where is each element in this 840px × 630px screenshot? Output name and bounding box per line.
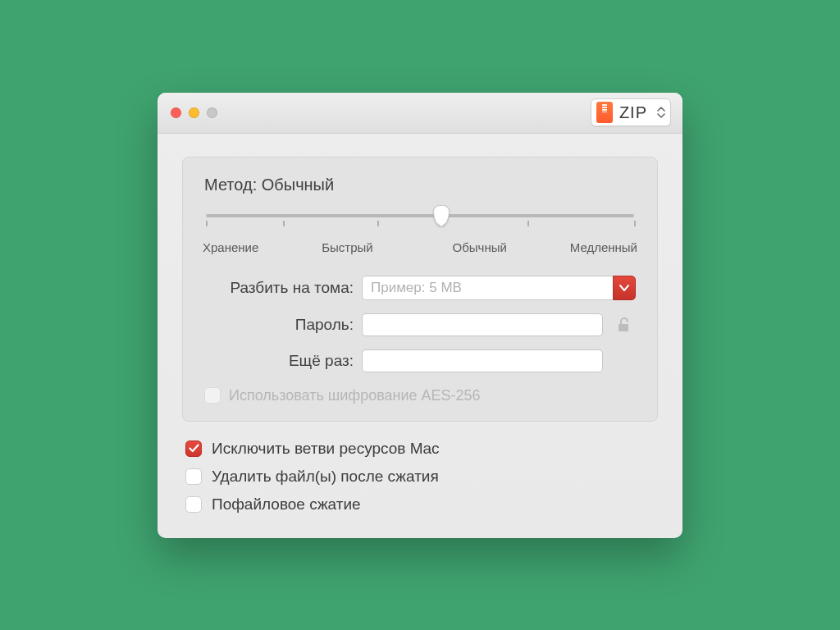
option-per-file[interactable]: Пофайловое сжатие (185, 495, 658, 514)
lock-icon[interactable] (611, 317, 636, 333)
delete-after-label: Удалить файл(ы) после сжатия (212, 468, 439, 486)
slider-track (206, 214, 634, 217)
exclude-mac-label: Исключить ветви ресурсов Mac (212, 440, 440, 458)
password-repeat-input[interactable] (362, 349, 603, 372)
preferences-window: ZIP Метод: Обычный (158, 93, 682, 538)
window-content: Метод: Обычный Хранение Быстрый Обычный … (158, 134, 682, 538)
slider-labels: Хранение Быстрый Обычный Медленный (203, 240, 637, 254)
slider-thumb[interactable] (433, 205, 450, 226)
row-password: Пароль: (204, 313, 636, 336)
zip-file-icon (596, 102, 613, 123)
slider-tick (206, 221, 208, 226)
per-file-checkbox[interactable] (185, 496, 202, 513)
slider-tick (377, 221, 379, 226)
slider-label-store: Хранение (203, 240, 258, 254)
method-label: Метод: Обычный (204, 176, 636, 194)
slider-tick (283, 221, 285, 226)
password-repeat-label: Ещё раз: (204, 352, 354, 370)
form: Разбить на тома: Пароль: (204, 276, 636, 372)
method-prefix: Метод: (204, 176, 257, 194)
volumes-input[interactable] (362, 276, 613, 300)
option-delete-after[interactable]: Удалить файл(ы) после сжатия (185, 468, 658, 486)
aes-label: Использовать шифрование AES-256 (229, 387, 481, 404)
volumes-combo (362, 276, 636, 300)
extra-options: Исключить ветви ресурсов Mac Удалить фай… (182, 440, 658, 514)
volumes-dropdown-button[interactable] (613, 276, 636, 300)
minimize-button[interactable] (189, 107, 199, 118)
password-input[interactable] (362, 313, 603, 336)
method-value: Обычный (262, 176, 334, 194)
slider-label-fast: Быстрый (322, 240, 373, 254)
chevron-down-icon (657, 112, 665, 119)
slider-tick (634, 221, 636, 226)
archive-format-selector[interactable]: ZIP (591, 98, 671, 126)
format-stepper[interactable] (657, 106, 665, 119)
slider-label-normal: Обычный (453, 240, 507, 254)
exclude-mac-checkbox[interactable] (185, 441, 202, 457)
check-icon (189, 444, 199, 453)
archive-format-label: ZIP (619, 103, 647, 122)
compression-panel: Метод: Обычный Хранение Быстрый Обычный … (182, 157, 658, 422)
aes-checkbox (204, 387, 221, 404)
aes-option: Использовать шифрование AES-256 (204, 387, 636, 404)
delete-after-checkbox[interactable] (185, 468, 202, 485)
option-exclude-mac[interactable]: Исключить ветви ресурсов Mac (185, 440, 658, 458)
compression-slider[interactable] (206, 209, 634, 237)
row-volumes: Разбить на тома: (204, 276, 636, 300)
chevron-up-icon (657, 106, 665, 112)
zoom-button[interactable] (207, 107, 217, 118)
slider-tick (527, 221, 529, 226)
password-label: Пароль: (204, 316, 354, 334)
chevron-down-icon (619, 284, 629, 292)
titlebar: ZIP (158, 93, 682, 134)
row-password-repeat: Ещё раз: (204, 349, 636, 372)
slider-label-slow: Медленный (570, 240, 637, 254)
window-controls (171, 107, 217, 118)
volumes-label: Разбить на тома: (204, 279, 354, 297)
per-file-label: Пофайловое сжатие (212, 495, 361, 514)
close-button[interactable] (171, 107, 181, 118)
